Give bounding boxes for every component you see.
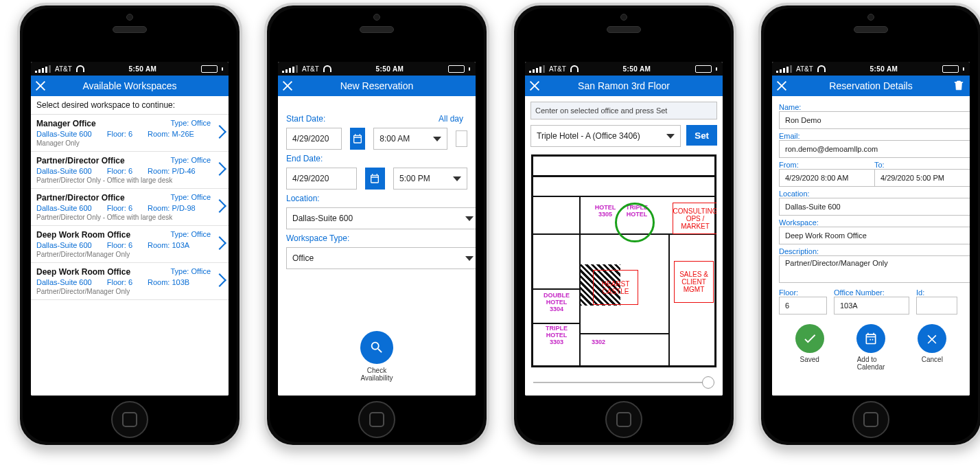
name-input[interactable]: Ron Demo <box>779 111 970 129</box>
room-consulting: CONSULTING OPS / MARKET <box>673 203 717 234</box>
wifi-icon <box>323 65 331 72</box>
to-label: To: <box>874 161 963 169</box>
battery-icon <box>469 67 470 71</box>
close-icon[interactable] <box>525 76 544 95</box>
close-icon[interactable] <box>278 76 297 95</box>
signal-bars-icon <box>35 65 51 73</box>
carrier: AT&T <box>55 65 72 73</box>
start-time-select[interactable]: 8:00 AM <box>373 128 447 150</box>
end-time-select[interactable]: 5:00 PM <box>393 168 467 190</box>
end-date-input[interactable]: 4/29/2020 <box>286 168 357 190</box>
trash-icon[interactable] <box>950 77 967 93</box>
clock: 5:50 AM <box>376 65 404 73</box>
start-date-input[interactable]: 4/29/2020 <box>286 128 342 150</box>
workspace-item[interactable]: Deep Work Room Office Type: Office Dalla… <box>31 226 229 263</box>
loc-label: Location: <box>779 190 963 198</box>
workspace-type: Office <box>191 267 211 275</box>
room-sales: SALES & CLIENT MGMT <box>674 261 714 303</box>
workspace-site: Dallas-Suite 600 <box>36 241 92 249</box>
workspace-site: Dallas-Suite 600 <box>36 278 92 286</box>
workspace-type: Office <box>191 230 211 238</box>
add-to-calendar-button[interactable] <box>856 324 885 353</box>
workspace-item[interactable]: Partner/Director Office Type: Office Dal… <box>31 189 229 226</box>
workspace-desc: Partner/Director/Manager Only <box>36 288 223 295</box>
wifi-icon <box>570 65 579 72</box>
wifi-icon <box>817 65 826 72</box>
wstype-label: Workspace Type: <box>286 233 467 243</box>
hint-text: Center on selected office and press Set <box>530 102 717 119</box>
office-label: Office Number: <box>834 288 909 297</box>
workspace-item[interactable]: Manager Office Type: Office Dallas-Suite… <box>31 115 229 152</box>
desc-label: Description: <box>779 247 963 255</box>
to-input[interactable]: 4/29/2020 5:00 PM <box>874 169 970 187</box>
saved-button[interactable] <box>795 324 824 353</box>
workspace-item[interactable]: Partner/Director Office Type: Office Dal… <box>31 152 229 189</box>
signal-bars-icon <box>776 65 792 73</box>
office-select[interactable]: Triple Hotel - A (Office 3406) <box>530 125 681 147</box>
desc-input[interactable]: Partner/Director/Manager Only <box>779 255 970 283</box>
type-label: Type: <box>171 267 189 275</box>
app-header: Reservation Details <box>772 76 970 96</box>
check-availability-label: Check Availability <box>360 367 393 382</box>
zoom-slider[interactable] <box>533 376 714 389</box>
workspace-desc: Manager Only <box>36 139 223 147</box>
caret-down-icon <box>465 256 474 261</box>
caret-down-icon <box>465 216 474 221</box>
cancel-label: Cancel <box>922 356 943 363</box>
workspace-item[interactable]: Deep Work Room Office Type: Office Dalla… <box>31 263 229 300</box>
clock: 5:50 AM <box>129 65 157 73</box>
all-day-checkbox[interactable] <box>456 130 467 147</box>
battery-icon <box>716 67 717 71</box>
hotel-3305: HOTEL 3305 <box>592 204 619 218</box>
wstype-select[interactable]: Office <box>286 247 476 269</box>
app-header: San Ramon 3rd Floor <box>525 76 723 96</box>
page-title: New Reservation <box>300 80 454 91</box>
list-subtitle: Select desired workspace to continue: <box>31 96 229 115</box>
ws-input[interactable]: Deep Work Room Office <box>779 227 970 244</box>
workspace-desc: Partner/Director Only - Office with larg… <box>36 176 223 184</box>
check-availability-button[interactable] <box>360 331 393 364</box>
close-icon[interactable] <box>772 76 791 95</box>
workspace-type: Office <box>191 156 211 164</box>
location-label: Location: <box>286 194 467 203</box>
name-label: Name: <box>779 103 963 111</box>
wifi-icon <box>76 65 84 72</box>
workspace-site: Dallas-Suite 600 <box>36 167 92 175</box>
hotel-triple: TRIPLE HOTEL 3303 <box>538 325 575 345</box>
workspace-site: Dallas-Suite 600 <box>36 130 92 138</box>
room-hearst: HEARST CASTLE <box>593 270 638 305</box>
room-3302: 3302 <box>585 339 612 345</box>
email-input[interactable]: ron.demo@demoamllp.com <box>779 140 970 158</box>
cancel-button[interactable] <box>918 324 946 353</box>
close-icon[interactable] <box>31 76 50 95</box>
carrier: AT&T <box>302 65 319 73</box>
app-header: Available Workspaces <box>31 76 229 96</box>
floor-plan[interactable]: CONSULTING OPS / MARKET SALES & CLIENT M… <box>530 154 717 368</box>
id-input[interactable] <box>916 297 957 314</box>
end-date-picker-icon[interactable] <box>365 168 385 190</box>
start-date-picker-icon[interactable] <box>350 128 365 150</box>
type-label: Type: <box>171 230 189 238</box>
app-header: New Reservation <box>278 76 476 96</box>
loc-input[interactable]: Dallas-Suite 600 <box>779 198 970 216</box>
addcal-label: Add to Calendar <box>857 356 885 371</box>
carrier: AT&T <box>796 65 813 73</box>
email-label: Email: <box>779 132 963 140</box>
signal-bars-icon <box>282 65 298 73</box>
location-select[interactable]: Dallas-Suite 600 <box>286 207 476 229</box>
from-input[interactable]: 4/29/2020 8:00 AM <box>779 169 880 187</box>
clock: 5:50 AM <box>870 65 898 73</box>
office-input[interactable]: 103A <box>834 297 909 314</box>
workspace-desc: Partner/Director Only - Office with larg… <box>36 214 223 221</box>
clock: 5:50 AM <box>623 65 651 73</box>
all-day-label: All day <box>439 114 463 124</box>
workspace-type: Office <box>191 119 211 127</box>
id-label: Id: <box>916 288 957 297</box>
floor-label: Floor: <box>779 288 827 297</box>
floor-input[interactable]: 6 <box>779 297 827 314</box>
start-date-label: Start Date: <box>286 114 325 124</box>
signal-bars-icon <box>529 65 545 73</box>
caret-down-icon <box>666 134 675 139</box>
status-bar: AT&T 5:50 AM <box>525 62 723 76</box>
set-button[interactable]: Set <box>686 125 717 146</box>
